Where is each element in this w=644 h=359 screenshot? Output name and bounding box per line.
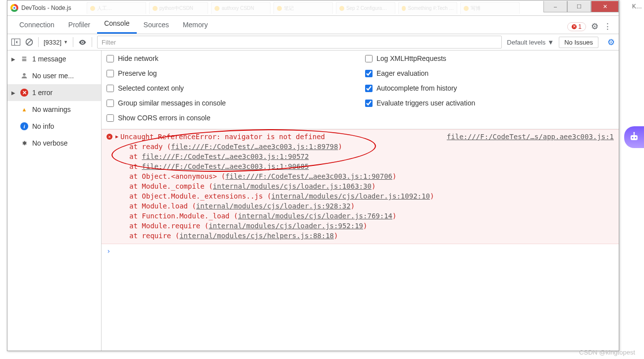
console-prompt[interactable]: › xyxy=(102,244,619,258)
sidebar-item-info[interactable]: ▶iNo info xyxy=(7,118,101,135)
sidebar-item-label: No user me... xyxy=(32,72,74,80)
log-levels-label: Default levels xyxy=(507,39,545,46)
console-toolbar: [9332] ▼ Filter Default levels ▼ No Issu… xyxy=(7,34,619,51)
setting-log-xmlhttprequests[interactable]: Log XMLHttpRequests xyxy=(365,54,614,62)
checkbox[interactable] xyxy=(365,70,373,77)
console-error-entry[interactable]: ✕ ▶ Uncaught ReferenceError: navigator i… xyxy=(102,129,619,244)
cropped-text: K… xyxy=(632,3,642,10)
sidebar-item-err[interactable]: ▶✕1 error xyxy=(7,84,101,101)
window-close-button[interactable]: ✕ xyxy=(591,1,619,12)
svg-point-5 xyxy=(82,42,83,43)
checkbox[interactable] xyxy=(107,85,114,92)
browser-tabs-faint: 人工…python中CSDNauthxxy CSDN笔记Sep 2 Config… xyxy=(87,2,520,14)
tab-console[interactable]: Console xyxy=(97,14,136,34)
console-settings-gear-icon[interactable]: ⚙ xyxy=(607,37,615,48)
stack-frame-link[interactable]: internal/modules/cjs/loader.js:952:19 xyxy=(209,222,363,230)
window-titlebar[interactable]: 人工…python中CSDNauthxxy CSDN笔记Sep 2 Config… xyxy=(7,0,619,16)
setting-selected-context-only[interactable]: Selected context only xyxy=(107,84,355,92)
setting-label: Selected context only xyxy=(118,84,184,92)
stack-frame: at Module.require (internal/modules/cjs/… xyxy=(129,221,614,231)
expand-caret-icon: ▶ xyxy=(11,56,16,62)
settings-gear-icon[interactable]: ⚙ xyxy=(591,21,598,32)
stack-frame-link[interactable]: internal/modules/cjs/helpers.js:88:18 xyxy=(179,232,334,240)
issues-button[interactable]: No Issues xyxy=(559,37,598,48)
error-count-badge[interactable]: ✕ 1 xyxy=(567,22,586,31)
sidebar-item-label: No warnings xyxy=(32,105,71,113)
expand-caret-icon[interactable]: ▶ xyxy=(115,132,118,142)
checkbox[interactable] xyxy=(107,55,114,62)
sidebar-item-label: 1 message xyxy=(32,55,66,63)
live-expression-eye-icon[interactable] xyxy=(78,38,87,47)
console-sidebar: ▶☰1 message▶No user me...▶✕1 error▶▲No w… xyxy=(7,51,102,351)
stack-frame: at Function.Module._load (internal/modul… xyxy=(129,211,614,221)
verbose-icon: ✱ xyxy=(20,139,28,147)
stack-frame-link[interactable]: internal/modules/cjs/loader.js:769:14 xyxy=(238,212,392,220)
sidebar-item-user[interactable]: ▶No user me... xyxy=(7,67,101,84)
more-menu-icon[interactable]: ⋮ xyxy=(603,21,612,32)
sidebar-item-list[interactable]: ▶☰1 message xyxy=(7,51,101,67)
checkbox[interactable] xyxy=(107,114,114,122)
setting-preserve-log[interactable]: Preserve log xyxy=(107,69,355,77)
checkbox[interactable] xyxy=(107,70,114,77)
tab-connection[interactable]: Connection xyxy=(12,16,61,34)
user-icon xyxy=(20,72,28,80)
setting-label: Group similar messages in console xyxy=(118,99,226,107)
sidebar-item-label: 1 error xyxy=(32,89,53,97)
stack-frame-link[interactable]: file:///F:/CodeTest/…aee3c003.js:1:89798 xyxy=(171,143,338,151)
chatbot-float-button[interactable] xyxy=(624,126,644,148)
setting-label: Evaluate triggers user activation xyxy=(376,99,475,107)
sidebar-item-label: No info xyxy=(32,122,54,130)
stack-frame: at Module._compile (internal/modules/cjs… xyxy=(129,181,614,191)
stack-frame: at Object.<anonymous> (file:///F:/CodeTe… xyxy=(129,171,614,181)
setting-label: Autocomplete from history xyxy=(376,84,457,92)
svg-point-8 xyxy=(632,137,634,139)
setting-group-similar-messages-in-console[interactable]: Group similar messages in console xyxy=(107,99,355,107)
setting-label: Preserve log xyxy=(118,69,157,77)
checkbox[interactable] xyxy=(365,55,373,62)
window-title: DevTools - Node.js xyxy=(21,4,71,11)
stack-frame: at require (internal/modules/cjs/helpers… xyxy=(129,231,614,241)
watermark-text: CSDN @kingtopest xyxy=(579,349,635,356)
checkbox[interactable] xyxy=(365,85,373,92)
stack-frame-link[interactable]: file:///F:/CodeTest/…aee3c003.js:1:90706 xyxy=(225,172,392,180)
stack-frame-link[interactable]: internal/modules/cjs/loader.js:1092:10 xyxy=(271,192,430,200)
svg-rect-7 xyxy=(631,135,638,140)
stack-frame: at Module.load (internal/modules/cjs/loa… xyxy=(129,201,614,211)
checkbox[interactable] xyxy=(365,100,373,107)
list-icon: ☰ xyxy=(20,55,28,63)
stack-frame-link[interactable]: internal/modules/cjs/loader.js:1063:30 xyxy=(213,182,372,190)
window-minimize-button[interactable]: – xyxy=(543,1,567,12)
tab-memory[interactable]: Memory xyxy=(176,16,215,34)
setting-eager-evaluation[interactable]: Eager evaluation xyxy=(365,69,614,77)
clear-console-icon[interactable] xyxy=(25,38,33,46)
setting-hide-network[interactable]: Hide network xyxy=(107,54,355,62)
sidebar-item-warn[interactable]: ▶▲No warnings xyxy=(7,101,101,118)
log-levels-dropdown[interactable]: Default levels ▼ xyxy=(507,39,554,46)
window-maximize-button[interactable]: ☐ xyxy=(567,1,591,12)
stack-trace: at ready (file:///F:/CodeTest/…aee3c003.… xyxy=(107,142,614,241)
stack-frame-link[interactable]: file:///F:/CodeTest/…aee3c003.js:1:90685 xyxy=(142,162,309,170)
setting-show-cors-errors-in-console[interactable]: Show CORS errors in console xyxy=(107,114,355,122)
stack-frame: at ready (file:///F:/CodeTest/…aee3c003.… xyxy=(129,142,614,152)
chrome-icon xyxy=(10,4,18,12)
stack-frame-link[interactable]: file:///F:/CodeTest/…aee3c003.js:1:90572 xyxy=(142,153,309,160)
svg-marker-2 xyxy=(16,41,17,44)
setting-evaluate-triggers-user-activation[interactable]: Evaluate triggers user activation xyxy=(365,99,614,107)
svg-point-11 xyxy=(634,132,635,134)
error-source-link[interactable]: file:///F:/CodeTest/…s/app.aee3c003.js:1 xyxy=(447,132,614,142)
sidebar-item-verbose[interactable]: ▶✱No verbose xyxy=(7,135,101,152)
filter-input[interactable]: Filter xyxy=(97,36,502,49)
stack-frame: at file:///F:/CodeTest/…aee3c003.js:1:90… xyxy=(129,152,614,161)
dropdown-caret-icon: ▼ xyxy=(63,40,68,45)
tab-sources[interactable]: Sources xyxy=(137,16,176,34)
checkbox[interactable] xyxy=(107,100,114,107)
toggle-sidebar-icon[interactable] xyxy=(11,39,20,46)
warning-icon: ▲ xyxy=(20,105,28,113)
execution-context-dropdown[interactable]: [9332] ▼ xyxy=(44,39,68,46)
info-icon: i xyxy=(20,122,28,130)
expand-caret-icon: ▶ xyxy=(11,90,16,96)
error-message: Uncaught ReferenceError: navigator is no… xyxy=(120,132,325,142)
stack-frame-link[interactable]: internal/modules/cjs/loader.js:928:32 xyxy=(196,202,351,210)
tab-profiler[interactable]: Profiler xyxy=(61,16,97,34)
setting-autocomplete-from-history[interactable]: Autocomplete from history xyxy=(365,84,614,92)
